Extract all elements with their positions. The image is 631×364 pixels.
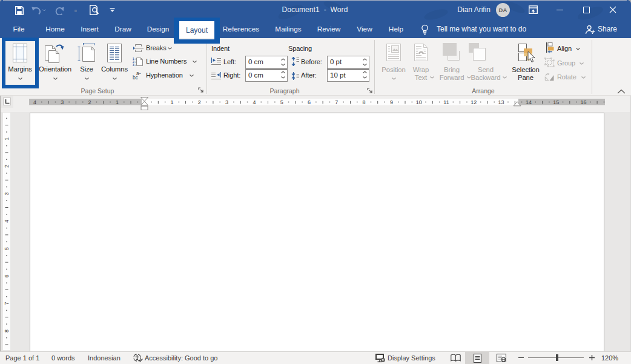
svg-text:1: 1 xyxy=(170,99,173,105)
svg-text:bc: bc xyxy=(133,74,139,80)
svg-text:10: 10 xyxy=(416,99,422,105)
svg-text:2: 2 xyxy=(4,165,10,168)
svg-text:3: 3 xyxy=(225,99,228,105)
svg-text:4: 4 xyxy=(33,99,36,105)
svg-text:7: 7 xyxy=(335,99,338,105)
svg-text:8: 8 xyxy=(363,99,366,105)
svg-text:2: 2 xyxy=(88,99,91,105)
svg-text:13: 13 xyxy=(498,99,504,105)
svg-text:6: 6 xyxy=(308,99,311,105)
svg-text:11: 11 xyxy=(443,99,449,105)
svg-text:3: 3 xyxy=(61,99,64,105)
svg-text:2: 2 xyxy=(198,99,201,105)
svg-text:5: 5 xyxy=(4,247,10,250)
svg-text:5: 5 xyxy=(280,99,283,105)
svg-text:14: 14 xyxy=(526,99,532,105)
svg-text:9: 9 xyxy=(390,99,393,105)
svg-text:4: 4 xyxy=(253,99,256,105)
svg-text:1: 1 xyxy=(4,137,10,141)
svg-text:3: 3 xyxy=(4,192,10,195)
svg-text:6: 6 xyxy=(4,274,10,277)
svg-text:12: 12 xyxy=(471,99,477,105)
svg-text:4: 4 xyxy=(4,220,10,223)
svg-text:7: 7 xyxy=(4,302,10,305)
svg-text:3: 3 xyxy=(133,64,134,66)
svg-text:15: 15 xyxy=(553,99,559,105)
svg-text:1: 1 xyxy=(116,99,119,105)
svg-text:16: 16 xyxy=(580,99,586,105)
svg-text:8: 8 xyxy=(4,329,10,333)
